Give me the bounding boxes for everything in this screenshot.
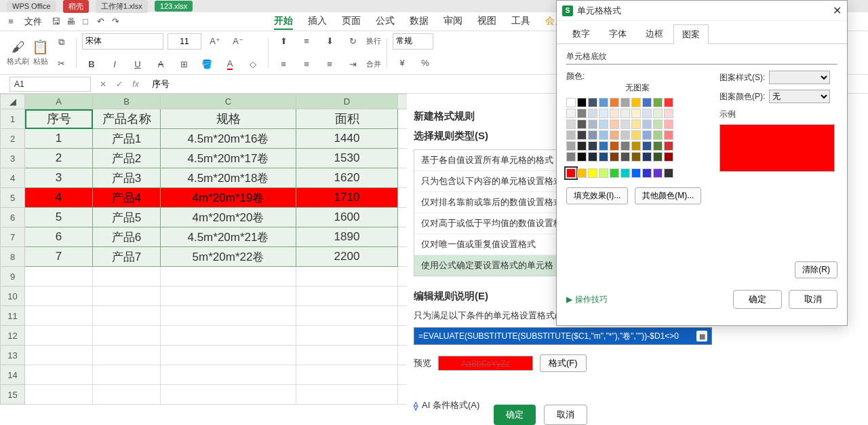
- increase-font-icon[interactable]: A⁺: [205, 32, 224, 51]
- cell[interactable]: [296, 385, 398, 405]
- cell[interactable]: 4m*20m*20卷: [161, 208, 296, 227]
- formula-field[interactable]: =EVALUATE(SUBSTITUTE(SUBSTITUTE($C1,"m",…: [414, 327, 712, 345]
- cell[interactable]: 规格: [161, 109, 296, 129]
- wrap-text-btn[interactable]: 换行: [366, 32, 381, 51]
- confirm-formula-icon[interactable]: ✓: [113, 77, 126, 91]
- cell[interactable]: 4.5m*20m*18卷: [161, 168, 296, 188]
- col-header[interactable]: B: [93, 94, 161, 109]
- cell[interactable]: 产品4: [93, 188, 161, 208]
- color-swatch[interactable]: [664, 130, 673, 140]
- color-swatch[interactable]: [653, 152, 663, 162]
- align-center-icon[interactable]: ≡: [297, 55, 316, 74]
- color-swatch[interactable]: [642, 98, 652, 107]
- cell[interactable]: [93, 365, 161, 385]
- row-header[interactable]: 1: [1, 109, 25, 129]
- cell[interactable]: [25, 326, 93, 346]
- cell[interactable]: [93, 287, 161, 306]
- cell[interactable]: 产品6: [93, 227, 161, 247]
- color-swatch[interactable]: [599, 98, 608, 107]
- color-swatch[interactable]: [642, 130, 652, 140]
- color-swatch[interactable]: [664, 152, 673, 162]
- color-swatch[interactable]: [620, 130, 630, 140]
- row-header[interactable]: 4: [1, 168, 25, 188]
- format-button[interactable]: 格式(F): [540, 354, 587, 372]
- font-select[interactable]: [82, 33, 163, 50]
- cell[interactable]: 1: [25, 129, 93, 149]
- doc-tab[interactable]: WPS Office: [7, 1, 56, 12]
- dialog-titlebar[interactable]: S 单元格格式 ✕: [557, 1, 847, 21]
- tab-page[interactable]: 页面: [342, 14, 361, 30]
- format-painter-group[interactable]: 🖌 格式刷: [7, 39, 29, 67]
- close-icon[interactable]: ✕: [833, 4, 842, 17]
- row-header[interactable]: 12: [1, 326, 25, 346]
- col-header[interactable]: D: [296, 94, 398, 109]
- color-swatch[interactable]: [620, 152, 630, 162]
- color-swatch[interactable]: [588, 98, 597, 107]
- color-swatch[interactable]: [588, 119, 597, 129]
- name-box[interactable]: A1: [9, 77, 91, 92]
- align-middle-icon[interactable]: ≡: [297, 32, 316, 51]
- color-swatch[interactable]: [577, 152, 587, 162]
- copy-icon[interactable]: ⧉: [52, 33, 71, 52]
- color-swatch[interactable]: [566, 141, 576, 151]
- color-swatch[interactable]: [610, 130, 619, 140]
- color-swatch[interactable]: [588, 168, 597, 178]
- cell[interactable]: 序号: [25, 109, 93, 129]
- cell[interactable]: [161, 346, 296, 365]
- ok-button[interactable]: 确定: [494, 405, 536, 425]
- cell[interactable]: 2: [25, 149, 93, 168]
- cell[interactable]: [296, 306, 398, 326]
- tab-review[interactable]: 审阅: [443, 14, 462, 30]
- cell[interactable]: [93, 306, 161, 326]
- cell[interactable]: 产品3: [93, 168, 161, 188]
- color-swatch[interactable]: [588, 141, 597, 151]
- color-swatch[interactable]: [588, 109, 597, 118]
- cell[interactable]: [25, 385, 93, 405]
- color-swatch[interactable]: [620, 98, 630, 107]
- cell[interactable]: 4.5m*20m*21卷: [161, 227, 296, 247]
- tab-number[interactable]: 数字: [564, 24, 599, 43]
- color-swatch[interactable]: [577, 98, 587, 107]
- percent-icon[interactable]: %: [416, 54, 435, 73]
- color-swatch[interactable]: [653, 98, 663, 107]
- row-header[interactable]: 10: [1, 287, 25, 306]
- font-color-icon[interactable]: A: [220, 55, 239, 74]
- cell[interactable]: [161, 385, 296, 405]
- cell[interactable]: 1620: [296, 168, 398, 188]
- color-swatch[interactable]: [599, 152, 608, 162]
- row-header[interactable]: 14: [1, 365, 25, 385]
- color-swatch[interactable]: [620, 168, 630, 178]
- font-size-select[interactable]: [167, 33, 201, 50]
- color-swatch[interactable]: [599, 141, 608, 151]
- fill-color-icon[interactable]: 🪣: [197, 55, 216, 74]
- color-swatch[interactable]: [653, 119, 663, 129]
- align-bottom-icon[interactable]: ⬇: [320, 32, 339, 51]
- cancel-button[interactable]: 取消: [544, 405, 587, 425]
- cell[interactable]: [161, 287, 296, 306]
- redo-icon[interactable]: ↷: [110, 16, 121, 27]
- doc-tab[interactable]: 工作簿1.xlsx: [96, 0, 148, 13]
- strike-icon[interactable]: A: [151, 55, 170, 74]
- color-swatch[interactable]: [577, 130, 587, 140]
- color-swatch[interactable]: [566, 109, 576, 118]
- undo-icon[interactable]: ↶: [95, 16, 106, 27]
- color-swatch[interactable]: [620, 109, 630, 118]
- print-icon[interactable]: 🖶: [65, 16, 76, 27]
- cell[interactable]: [296, 267, 398, 287]
- color-swatch[interactable]: [631, 152, 641, 162]
- orientation-icon[interactable]: ↻: [343, 32, 362, 51]
- cell[interactable]: [161, 267, 296, 287]
- underline-icon[interactable]: U: [128, 55, 147, 74]
- bold-icon[interactable]: B: [82, 55, 101, 74]
- color-swatch[interactable]: [653, 130, 663, 140]
- cell[interactable]: 6: [25, 227, 93, 247]
- color-swatch[interactable]: [664, 98, 673, 107]
- color-swatch[interactable]: [599, 168, 608, 178]
- cell[interactable]: [25, 346, 93, 365]
- doc-tab[interactable]: 123.xlsx: [155, 1, 193, 12]
- cell[interactable]: [93, 346, 161, 365]
- color-swatch[interactable]: [664, 119, 673, 129]
- color-swatch[interactable]: [631, 141, 641, 151]
- cell[interactable]: 产品7: [93, 247, 161, 267]
- color-swatch[interactable]: [566, 130, 576, 140]
